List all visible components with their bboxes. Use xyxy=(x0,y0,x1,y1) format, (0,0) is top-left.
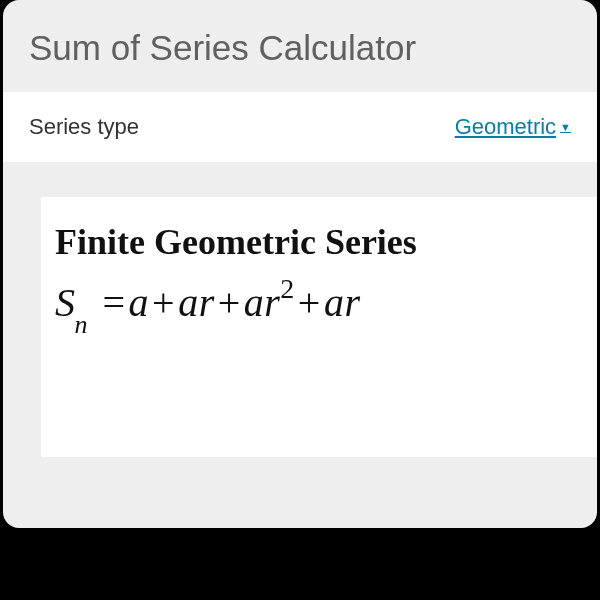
plus-sign-2: + xyxy=(215,280,244,325)
plus-sign-1: + xyxy=(149,280,178,325)
formula-lhs-sub: n xyxy=(75,310,89,339)
series-type-select[interactable]: Geometric ▼ xyxy=(455,114,571,140)
formula-panel: Finite Geometric Series Sn =a+ar+ar2+ar xyxy=(41,197,597,457)
page-title: Sum of Series Calculator xyxy=(3,0,597,92)
formula-term-r3: r xyxy=(344,280,360,325)
calculator-card: Sum of Series Calculator Series type Geo… xyxy=(3,0,597,528)
equals-sign: = xyxy=(100,280,129,325)
formula-term-a2: a xyxy=(178,280,199,325)
formula-term-r1: r xyxy=(199,280,215,325)
formula-exp-2: 2 xyxy=(280,273,295,304)
plus-sign-3: + xyxy=(295,280,324,325)
series-type-row: Series type Geometric ▼ xyxy=(3,92,597,163)
formula-term-a3: a xyxy=(244,280,265,325)
formula-term-r2: r xyxy=(264,280,280,325)
series-type-label: Series type xyxy=(29,114,139,140)
formula-term-a: a xyxy=(129,280,150,325)
formula-lhs-base: S xyxy=(55,280,76,325)
formula-heading: Finite Geometric Series xyxy=(55,221,597,263)
series-type-value: Geometric xyxy=(455,114,556,140)
formula-term-a4: a xyxy=(324,280,345,325)
formula-expression: Sn =a+ar+ar2+ar xyxy=(55,277,597,332)
chevron-down-icon: ▼ xyxy=(560,121,571,133)
